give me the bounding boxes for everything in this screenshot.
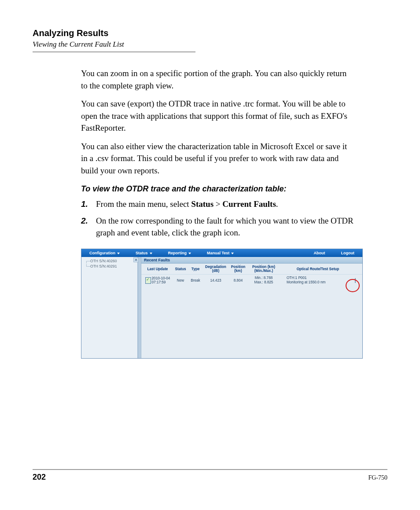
menu-path-current-faults: Current Faults [222,199,276,209]
chevron-down-icon [117,253,120,254]
menu-label: Manual Test [207,251,229,255]
section-subtitle: Viewing the Current Fault List [33,40,387,49]
position-max: Max.: 8.825 [254,280,273,284]
step-text-fragment: From the main menu, select [96,199,191,209]
step-number: 2. [81,215,96,239]
page-footer: 202 FG-750 [33,469,387,482]
main-panel: Recent Faults Last Update Status Type De… [141,257,362,358]
step-text: From the main menu, select Status > Curr… [96,198,354,210]
device-tree[interactable]: ┌─OTH S/N:40260 └─OTH S/N:40291 [81,257,138,358]
menu-label: Configuration [89,251,115,255]
step-2: 2. On the row corresponding to the fault… [81,215,354,239]
step-text-fragment: . [276,199,278,209]
chevron-down-icon [150,253,152,254]
cell-route: OTH:1 P001 Monitoring at 1550.0 nm [280,276,349,285]
table-header-row: Last Update Status Type Degradation (dB)… [141,264,362,275]
menu-label: Reporting [168,251,187,255]
menu-manual-test[interactable]: Manual Test [199,251,242,255]
app-screenshot: Configuration Status Reporting Manual Te… [81,249,363,359]
cell-status: New [173,279,188,283]
route-id: OTH:1 P001 [287,276,307,280]
report-icon[interactable] [145,277,151,284]
tree-node-label: OTH S/N:40260 [90,259,117,263]
col-status: Status [173,267,188,271]
col-position-minmax: Position (km) (Min./Max.) [248,265,280,273]
menu-reporting[interactable]: Reporting [160,251,199,255]
cell-last-update: 2010-10-04 07:17:59 [142,276,173,285]
header-rule [33,51,195,52]
chevron-down-icon [188,253,191,254]
menu-about[interactable]: About [306,251,333,255]
paragraph: You can also either view the characteriz… [81,140,354,177]
section-title: Analyzing Results [33,28,387,38]
cell-position: 8.804 [228,279,248,283]
panel-title: Recent Faults [141,257,362,264]
menu-path-status: Status [191,199,214,209]
col-type: Type [188,267,203,271]
step-number: 1. [81,198,96,210]
col-degradation: Degradation (dB) [203,265,228,273]
tree-node[interactable]: └─OTH S/N:40291 [85,264,136,268]
scroll-up-icon[interactable] [133,257,139,262]
document-id: FG-750 [368,474,387,481]
callout-circle [346,279,360,292]
menu-bar: Configuration Status Reporting Manual Te… [81,249,362,257]
cell-degradation: 14.423 [203,279,228,283]
instruction-heading: To view the OTDR trace and the character… [81,184,354,194]
route-desc: Monitoring at 1550.0 nm [287,280,325,284]
cell-minmax: Min.: 8.788 Max.: 8.825 [248,276,280,285]
page-number: 202 [33,473,46,482]
step-text: On the row corresponding to the fault fo… [96,215,354,239]
col-position: Position (km) [228,265,248,273]
cell-type: Break [188,279,203,283]
paragraph: You can save (export) the OTDR trace in … [81,98,354,134]
menu-label: Status [136,251,148,255]
tree-node[interactable]: ┌─OTH S/N:40260 [85,259,136,263]
step-1: 1. From the main menu, select Status > C… [81,198,354,210]
update-time: 07:17:59 [152,280,166,284]
footer-rule [33,469,387,470]
chevron-down-icon [231,253,234,254]
update-date: 2010-10-04 [152,276,170,280]
step-text-fragment: > [214,199,222,209]
paragraph: You can zoom in on a specific portion of… [81,67,354,92]
position-min: Min.: 8.788 [255,276,273,280]
menu-configuration[interactable]: Configuration [81,251,128,255]
pane-separator[interactable] [138,257,141,358]
col-route: Optical Route/Test Setup [280,267,349,271]
tree-node-label: OTH S/N:40291 [90,264,117,268]
table-row[interactable]: 2010-10-04 07:17:59 New Break 14.423 8.8… [141,275,362,286]
menu-logout[interactable]: Logout [333,251,363,255]
menu-status[interactable]: Status [128,251,160,255]
col-last-update: Last Update [142,267,173,271]
